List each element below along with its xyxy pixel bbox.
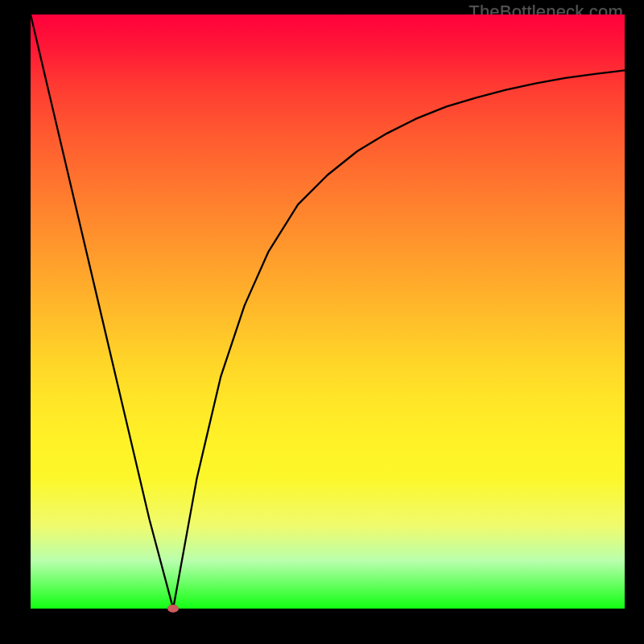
chart-container: TheBottleneck.com xyxy=(0,0,644,644)
curve-path xyxy=(31,14,625,609)
plot-area xyxy=(31,14,625,609)
curve-svg xyxy=(31,14,625,609)
min-marker xyxy=(167,605,179,613)
